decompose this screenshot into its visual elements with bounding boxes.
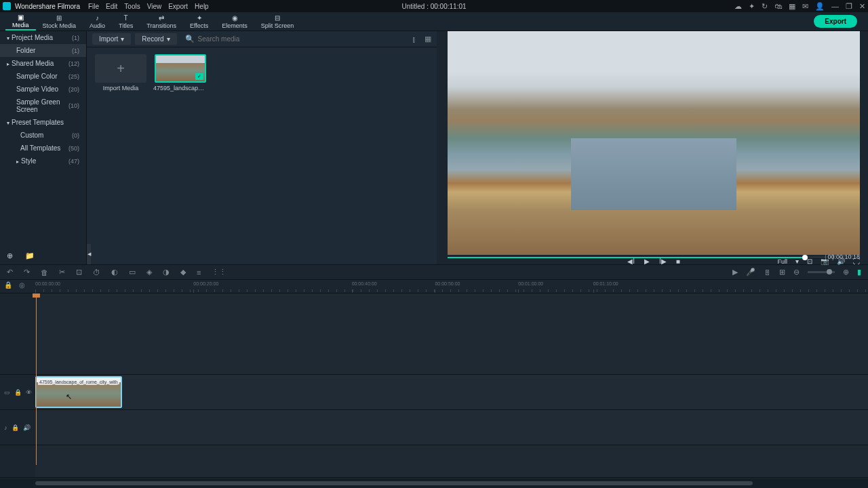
grid-icon[interactable]: ▦ xyxy=(789,2,795,11)
mixer-icon[interactable]: 🎚 xyxy=(764,268,771,277)
tab-stock-media[interactable]: ⊞Stock Media xyxy=(36,12,83,30)
sync-icon[interactable]: ↻ xyxy=(762,2,768,11)
cut-icon[interactable]: ✂ xyxy=(59,268,65,277)
next-frame-button[interactable]: I▶ xyxy=(659,258,667,265)
play-button[interactable]: ▶ xyxy=(644,258,650,265)
import-media-button[interactable]: + Import Media xyxy=(94,54,148,92)
video-track-icon[interactable]: ▭ xyxy=(4,389,10,396)
settings-icon[interactable]: ✦ xyxy=(749,2,755,11)
visibility-icon[interactable]: 👁 xyxy=(26,389,32,396)
tab-audio[interactable]: ♪Audio xyxy=(83,12,112,30)
app-logo-icon xyxy=(3,2,11,10)
menu-export[interactable]: Export xyxy=(168,3,188,10)
preview-viewport[interactable] xyxy=(448,31,860,255)
prev-frame-button[interactable]: ◀I xyxy=(627,258,635,265)
keyframe-icon[interactable]: ◈ xyxy=(146,268,152,277)
import-button[interactable]: Import▾ xyxy=(92,33,131,45)
record-button[interactable]: Record▾ xyxy=(135,33,176,45)
maximize-icon[interactable]: ❐ xyxy=(846,2,852,11)
sidebar-item-sample-video[interactable]: Sample Video(20) xyxy=(0,83,86,96)
playhead[interactable] xyxy=(36,293,37,465)
color-icon[interactable]: ◐ xyxy=(111,268,118,277)
delete-icon[interactable]: 🗑 xyxy=(41,268,48,277)
zoom-in-icon[interactable]: ⊕ xyxy=(843,268,849,277)
tab-transitions[interactable]: ⇄Transitions xyxy=(140,12,183,30)
timeline-scrollbar[interactable] xyxy=(0,479,868,488)
audio-icon: ♪ xyxy=(96,14,99,22)
sidebar-item-all-templates[interactable]: All Templates(50) xyxy=(0,142,86,155)
full-label[interactable]: Full xyxy=(777,258,787,265)
filter-icon[interactable]: ⫿ xyxy=(412,35,416,43)
zoom-knob[interactable] xyxy=(827,269,832,274)
grid-view-icon[interactable]: ▦ xyxy=(425,35,431,43)
tab-media[interactable]: ▣Media xyxy=(5,12,36,30)
folder-icon[interactable]: 📁 xyxy=(25,251,35,260)
sidebar-item-sample-color[interactable]: Sample Color(25) xyxy=(0,70,86,83)
voiceover-icon[interactable]: 🎤 xyxy=(746,268,755,277)
tab-effects[interactable]: ✦Effects xyxy=(183,12,215,30)
lock-icon[interactable]: 🔒 xyxy=(12,424,19,431)
timeline-ruler[interactable]: 🔒 ◎ 00:00:00:00 00:00:20:00 00:00:40:00 … xyxy=(0,280,868,293)
sidebar-item-shared-media[interactable]: ▸Shared Media(12) xyxy=(0,57,86,70)
menu-file[interactable]: File xyxy=(88,3,99,10)
undo-icon[interactable]: ↶ xyxy=(7,268,13,277)
audio-track-icon[interactable]: ♪ xyxy=(4,424,7,431)
tab-elements[interactable]: ◉Elements xyxy=(215,12,254,30)
scrollbar-handle[interactable] xyxy=(35,481,753,485)
meter-icon[interactable]: ▮ xyxy=(857,268,861,277)
mail-icon[interactable]: ✉ xyxy=(802,2,808,11)
green-screen-icon[interactable]: ▭ xyxy=(129,268,136,277)
menu-help[interactable]: Help xyxy=(195,3,209,10)
menu-tools[interactable]: Tools xyxy=(124,3,140,10)
volume-icon[interactable]: 🔊 xyxy=(837,258,845,265)
export-button[interactable]: Export xyxy=(814,15,857,28)
mute-icon[interactable]: 🔊 xyxy=(23,424,31,431)
chevron-down-icon: ▾ xyxy=(7,35,9,41)
playhead-handle[interactable] xyxy=(33,293,40,298)
zoom-slider[interactable] xyxy=(808,271,835,273)
sidebar-item-sample-green-screen[interactable]: Sample Green Screen(10) xyxy=(0,96,86,116)
search-box[interactable]: 🔍 xyxy=(181,35,404,43)
fullscreen-icon[interactable]: ⛶ xyxy=(853,258,860,265)
sidebar-item-folder[interactable]: Folder(1) xyxy=(0,44,86,57)
speed-icon[interactable]: ⏱ xyxy=(93,268,100,277)
mask-icon[interactable]: ◑ xyxy=(163,268,170,277)
sidebar-item-custom[interactable]: Custom(0) xyxy=(0,129,86,142)
render-icon[interactable]: ▶ xyxy=(732,268,738,277)
lock-header-icon[interactable]: 🔒 xyxy=(4,281,12,289)
close-icon[interactable]: ✕ xyxy=(859,2,865,11)
video-track[interactable]: ▭ 🔒 👁 47595_landscape_of_rome_city_with_… xyxy=(0,375,868,410)
audio-track[interactable]: ♪ 🔒 🔊 xyxy=(0,410,868,445)
target-header-icon[interactable]: ◎ xyxy=(19,281,25,289)
sidebar-item-style[interactable]: ▸Style(47) xyxy=(0,155,86,167)
track-manager-icon[interactable]: ⊞ xyxy=(779,268,785,277)
mix-icon[interactable]: ⋮⋮ xyxy=(212,268,226,277)
lock-icon[interactable]: 🔒 xyxy=(14,389,22,396)
zoom-out-icon[interactable]: ⊖ xyxy=(793,268,800,277)
media-clip-item[interactable]: ✓ 47595_landscape_of_... xyxy=(153,54,208,92)
detach-audio-icon[interactable]: ≡ xyxy=(197,268,201,277)
menu-edit[interactable]: Edit xyxy=(106,3,117,10)
search-input[interactable] xyxy=(198,35,404,43)
user-icon[interactable]: 👤 xyxy=(815,2,825,11)
minimize-icon[interactable]: — xyxy=(831,2,839,10)
panel-collapse-button[interactable]: ◀ xyxy=(87,244,91,264)
stop-button[interactable]: ■ xyxy=(676,258,680,265)
media-grid: + Import Media ✓ 47595_landscape_of_... xyxy=(87,47,437,98)
crop-icon[interactable]: ⊡ xyxy=(76,268,82,277)
marker-icon[interactable]: ◆ xyxy=(180,268,186,277)
redo-icon[interactable]: ↷ xyxy=(24,268,30,277)
menu-view[interactable]: View xyxy=(147,3,162,10)
snapshot-icon[interactable]: 📷 xyxy=(821,258,829,265)
video-frame xyxy=(448,31,860,255)
tab-split-screen[interactable]: ⊟Split Screen xyxy=(254,12,301,30)
new-folder-icon[interactable]: ⊕ xyxy=(7,251,13,260)
sidebar-item-project-media[interactable]: ▾Project Media(1) xyxy=(0,31,86,44)
tab-titles[interactable]: TTitles xyxy=(112,12,140,30)
shop-icon[interactable]: 🛍 xyxy=(774,2,782,10)
quality-dropdown-icon[interactable]: ▾ xyxy=(795,258,799,265)
display-icon[interactable]: ⊡ xyxy=(807,258,812,265)
timeline-clip[interactable]: 47595_landscape_of_rome_city_with_river.… xyxy=(35,376,122,408)
sidebar-item-preset-templates[interactable]: ▾Preset Templates xyxy=(0,116,86,129)
cloud-icon[interactable]: ☁ xyxy=(734,2,742,11)
